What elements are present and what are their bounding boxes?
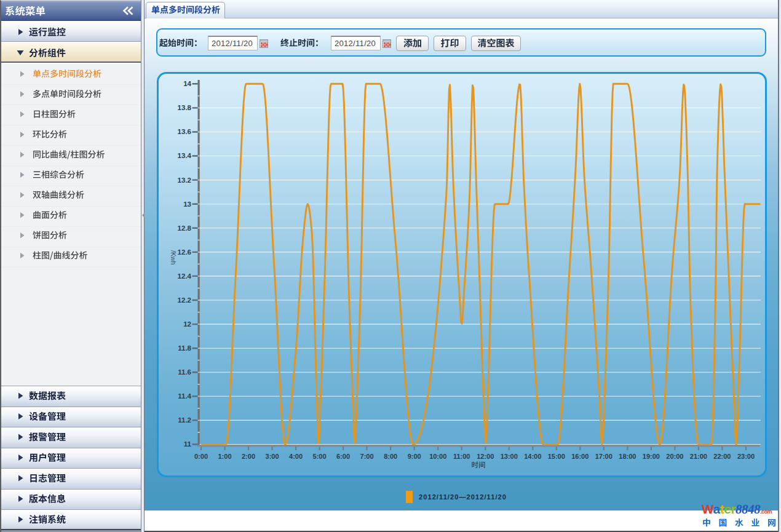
svg-text:14:00: 14:00 bbox=[524, 453, 541, 460]
svg-text:13.4: 13.4 bbox=[178, 152, 192, 159]
svg-text:16:00: 16:00 bbox=[571, 453, 589, 460]
svg-text:12.2: 12.2 bbox=[178, 296, 191, 304]
svg-text:9:00: 9:00 bbox=[408, 453, 421, 460]
svg-text:17:00: 17:00 bbox=[595, 453, 613, 460]
svg-text:6:00: 6:00 bbox=[336, 453, 350, 460]
svg-text:1:00: 1:00 bbox=[218, 453, 231, 460]
svg-text:11:00: 11:00 bbox=[453, 453, 470, 460]
svg-text:18:00: 18:00 bbox=[619, 453, 636, 460]
svg-text:11.2: 11.2 bbox=[178, 416, 191, 424]
svg-text:3:00: 3:00 bbox=[266, 453, 279, 460]
svg-text:/Kwh: /Kwh bbox=[170, 250, 177, 265]
svg-text:14: 14 bbox=[183, 80, 191, 87]
svg-text:2:00: 2:00 bbox=[242, 453, 255, 460]
svg-text:12.4: 12.4 bbox=[178, 272, 192, 280]
svg-text:7:00: 7:00 bbox=[360, 453, 374, 460]
svg-text:10:00: 10:00 bbox=[429, 453, 446, 460]
svg-text:12.8: 12.8 bbox=[178, 224, 192, 232]
svg-text:11.6: 11.6 bbox=[178, 368, 191, 376]
svg-text:13.2: 13.2 bbox=[178, 177, 191, 184]
svg-text:12: 12 bbox=[183, 320, 191, 328]
svg-text:0:00: 0:00 bbox=[194, 453, 208, 460]
svg-text:15:00: 15:00 bbox=[548, 453, 565, 460]
svg-text:13:00: 13:00 bbox=[501, 453, 518, 460]
svg-text:19:00: 19:00 bbox=[643, 453, 660, 460]
svg-text:21:00: 21:00 bbox=[690, 453, 707, 460]
svg-text:11: 11 bbox=[184, 440, 192, 448]
svg-text:5:00: 5:00 bbox=[313, 453, 327, 460]
svg-text:13: 13 bbox=[183, 200, 191, 208]
svg-text:11.8: 11.8 bbox=[178, 344, 191, 352]
svg-text:12:00: 12:00 bbox=[477, 453, 494, 460]
svg-text:13.6: 13.6 bbox=[178, 128, 191, 135]
svg-text:11.4: 11.4 bbox=[178, 392, 191, 400]
svg-text:22:00: 22:00 bbox=[713, 453, 731, 460]
svg-text:12.6: 12.6 bbox=[178, 248, 191, 256]
svg-text:23:00: 23:00 bbox=[737, 453, 755, 460]
svg-text:13.8: 13.8 bbox=[178, 104, 192, 111]
svg-text:20:00: 20:00 bbox=[666, 453, 683, 460]
svg-text:4:00: 4:00 bbox=[289, 453, 303, 460]
svg-text:8:00: 8:00 bbox=[384, 453, 397, 460]
